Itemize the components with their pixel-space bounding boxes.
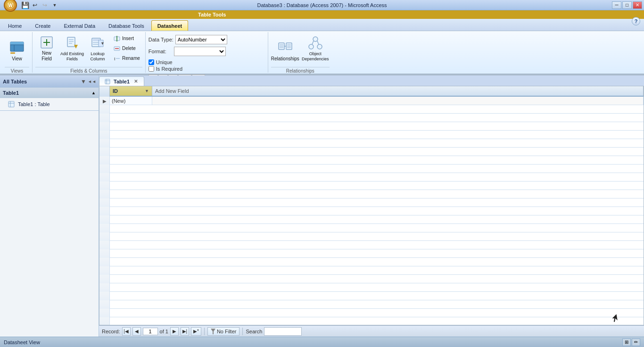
svg-line-40 [317, 41, 319, 44]
empty-row [99, 139, 644, 148]
tab-external-data[interactable]: External Data [58, 20, 101, 31]
design-view-icon[interactable]: ✏ [632, 339, 640, 346]
doc-tab-label: Table1 [114, 79, 130, 84]
svg-point-38 [317, 44, 322, 49]
nav-item-table1-label: Table1 : Table [18, 101, 50, 107]
nav-panel-title: All Tables [3, 79, 27, 84]
svg-point-37 [309, 44, 314, 49]
nav-divider [204, 328, 205, 335]
id-col-dropdown[interactable]: ▼ [145, 89, 149, 93]
object-dependencies-icon [308, 35, 323, 50]
is-required-label: Is Required [156, 66, 182, 72]
insert-icon [113, 35, 121, 42]
svg-point-36 [313, 37, 318, 41]
add-existing-fields-button[interactable]: Add Existing Fields [60, 33, 84, 64]
nav-group-table1[interactable]: Table1 ▲ [0, 88, 99, 98]
svg-rect-6 [10, 52, 15, 54]
record-label: Record: [102, 329, 120, 334]
nav-item-table1[interactable]: Table1 : Table [0, 99, 99, 109]
new-field-icon [39, 35, 54, 50]
relationships-group-label: Relationships [271, 67, 330, 74]
id-cell-new[interactable]: (New) [110, 97, 152, 105]
svg-text:I: I [114, 57, 116, 61]
record-number-input[interactable] [143, 328, 158, 335]
quick-access-dropdown[interactable]: ▼ [50, 1, 59, 9]
lookup-column-button[interactable]: ▼ Lookup Column [86, 33, 109, 64]
svg-rect-3 [10, 42, 24, 45]
maximize-button[interactable]: □ [622, 1, 632, 9]
empty-row [99, 165, 644, 173]
record-navigation: Record: |◀ ◀ of 1 ▶ ▶| ▶* No Filter Sear… [99, 325, 644, 337]
redo-button[interactable]: ↪ [41, 1, 49, 9]
nav-panel-dropdown[interactable]: ▼ [80, 78, 87, 85]
format-label: Format: [149, 49, 166, 54]
empty-row [99, 148, 644, 156]
relationships-icon [278, 40, 293, 55]
record-prev-button[interactable]: ◀ [132, 327, 141, 336]
empty-row [99, 114, 644, 122]
svg-rect-10 [67, 37, 75, 47]
svg-rect-44 [105, 79, 110, 84]
no-filter-button[interactable]: No Filter [207, 327, 240, 336]
tab-database-tools[interactable]: Database Tools [102, 20, 150, 31]
fields-columns-label: Fields & Columns [35, 67, 142, 74]
table-icon [8, 100, 15, 108]
nav-panel-collapse[interactable]: ◄◄ [88, 78, 96, 85]
add-field-cell-new [152, 97, 644, 105]
data-type-group: Data Type: AutoNumber Text Number Date/T… [146, 32, 268, 73]
rename-button[interactable]: I Rename [111, 54, 142, 63]
empty-row [99, 241, 644, 249]
empty-row [99, 122, 644, 131]
empty-row [99, 224, 644, 232]
tab-create[interactable]: Create [29, 20, 57, 31]
undo-button[interactable]: ↩ [31, 1, 39, 9]
save-button[interactable]: 💾 [21, 1, 29, 9]
table-body: ▶ (New) [99, 97, 644, 325]
new-field-button[interactable]: New Field [35, 33, 58, 64]
doc-tab-icon [104, 78, 111, 85]
data-type-select[interactable]: AutoNumber Text Number Date/Time Currenc… [175, 35, 227, 44]
object-dependencies-button[interactable]: Object Dependencies [301, 33, 330, 64]
empty-row [99, 292, 644, 300]
document-tab-table1[interactable]: Table1 ✕ [99, 76, 144, 86]
view-button[interactable]: View [5, 33, 29, 64]
help-button[interactable]: ? [632, 17, 640, 25]
search-label: Search [246, 329, 262, 334]
relationships-group: Relationships Object Depe [268, 32, 332, 73]
data-type-label: Data Type: [149, 37, 173, 42]
office-button[interactable]: W [4, 0, 17, 12]
format-select[interactable] [174, 47, 226, 56]
empty-row [99, 309, 644, 317]
lookup-column-label: Lookup Column [90, 51, 105, 62]
record-first-button[interactable]: |◀ [122, 327, 131, 336]
id-column-header[interactable]: ID ▼ [110, 86, 152, 96]
insert-button[interactable]: Insert [111, 34, 142, 43]
empty-row [99, 198, 644, 207]
tab-datasheet[interactable]: Datasheet [151, 20, 189, 31]
svg-line-39 [312, 41, 314, 44]
record-new-button[interactable]: ▶* [191, 327, 201, 336]
empty-row [99, 275, 644, 283]
window-title: Database3 : Database (Access 2007) - Mic… [0, 2, 644, 8]
relationships-button[interactable]: Relationships [271, 33, 299, 64]
empty-row [99, 173, 644, 182]
close-button[interactable]: ✕ [633, 1, 642, 9]
tab-home[interactable]: Home [2, 20, 28, 31]
empty-row [99, 131, 644, 139]
unique-checkbox[interactable] [149, 59, 154, 65]
add-existing-label: Add Existing Fields [60, 51, 84, 62]
record-last-button[interactable]: ▶| [181, 327, 189, 336]
doc-tab-close[interactable]: ✕ [132, 78, 139, 85]
minimize-button[interactable]: ─ [612, 1, 621, 9]
relationships-label: Relationships [271, 56, 299, 62]
delete-button[interactable]: Delete [111, 44, 142, 53]
is-required-checkbox[interactable] [149, 66, 154, 72]
empty-row [99, 215, 644, 224]
add-new-field-header[interactable]: Add New Field [152, 86, 644, 96]
empty-row [99, 258, 644, 266]
datasheet-view-icon[interactable]: ⊞ [622, 339, 631, 346]
search-input[interactable] [264, 327, 302, 336]
svg-marker-47 [211, 329, 215, 334]
record-next-button[interactable]: ▶ [170, 327, 179, 336]
add-existing-icon [65, 35, 80, 50]
